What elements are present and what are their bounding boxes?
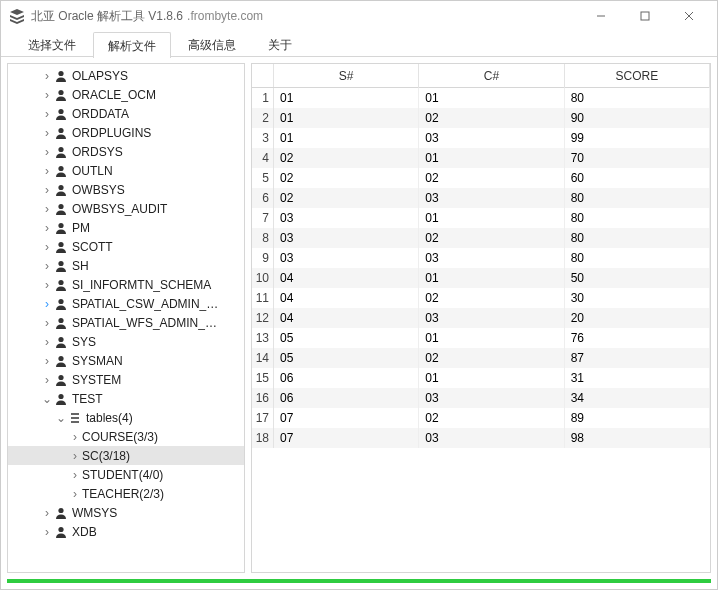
tree-node[interactable]: ›XDB: [8, 522, 244, 541]
chevron-right-icon[interactable]: ›: [40, 278, 54, 292]
tree-node[interactable]: ⌄TEST: [8, 389, 244, 408]
tree-node[interactable]: ›SH: [8, 256, 244, 275]
tree-node[interactable]: ›SYS: [8, 332, 244, 351]
tree-node[interactable]: ›SYSMAN: [8, 351, 244, 370]
chevron-right-icon[interactable]: ›: [40, 335, 54, 349]
chevron-right-icon[interactable]: ›: [68, 449, 82, 463]
chevron-right-icon[interactable]: ›: [40, 221, 54, 235]
tree-label: ORACLE_OCM: [72, 88, 156, 102]
chevron-right-icon[interactable]: ›: [40, 88, 54, 102]
minimize-button[interactable]: [579, 2, 623, 30]
table-cell: 01: [274, 128, 419, 148]
tab-1[interactable]: 解析文件: [93, 32, 171, 58]
table-row[interactable]: 16060334: [252, 388, 710, 408]
table-row[interactable]: 11040230: [252, 288, 710, 308]
table-cell: 80: [565, 228, 710, 248]
table-cell: 02: [419, 288, 564, 308]
chevron-right-icon[interactable]: ›: [40, 240, 54, 254]
table-row[interactable]: 7030180: [252, 208, 710, 228]
chevron-right-icon[interactable]: ›: [40, 259, 54, 273]
table-row[interactable]: 8030280: [252, 228, 710, 248]
table-row[interactable]: 1010180: [252, 88, 710, 108]
user-icon: [54, 164, 68, 178]
tree-node[interactable]: ›OWBSYS_AUDIT: [8, 199, 244, 218]
tree-node[interactable]: ›ORDPLUGINS: [8, 123, 244, 142]
table-cell: 02: [419, 408, 564, 428]
table-row[interactable]: 15060131: [252, 368, 710, 388]
chevron-right-icon[interactable]: ›: [40, 145, 54, 159]
column-header[interactable]: SCORE: [565, 64, 710, 88]
tree-node[interactable]: ›ORDSYS: [8, 142, 244, 161]
table-cell: 02: [274, 188, 419, 208]
table-row[interactable]: 14050287: [252, 348, 710, 368]
tree-node[interactable]: ›OUTLN: [8, 161, 244, 180]
chevron-right-icon[interactable]: ›: [40, 202, 54, 216]
chevron-right-icon[interactable]: ›: [40, 183, 54, 197]
tree-node[interactable]: ›SYSTEM: [8, 370, 244, 389]
chevron-right-icon[interactable]: ›: [40, 316, 54, 330]
table-row[interactable]: 6020380: [252, 188, 710, 208]
tree-node[interactable]: ›SPATIAL_WFS_ADMIN_…: [8, 313, 244, 332]
table-body[interactable]: 1010180201029030103994020170502026060203…: [252, 88, 710, 572]
chevron-right-icon[interactable]: ›: [40, 164, 54, 178]
tree-node[interactable]: ›PM: [8, 218, 244, 237]
svg-point-9: [58, 222, 63, 227]
tab-3[interactable]: 关于: [253, 31, 307, 57]
tree-node[interactable]: ›SCOTT: [8, 237, 244, 256]
user-icon: [54, 525, 68, 539]
tab-0[interactable]: 选择文件: [13, 31, 91, 57]
svg-point-6: [58, 165, 63, 170]
table-cell: 06: [274, 368, 419, 388]
table-cell: 30: [565, 288, 710, 308]
column-header[interactable]: S#: [274, 64, 419, 88]
tree-node[interactable]: ›OLAPSYS: [8, 66, 244, 85]
chevron-right-icon[interactable]: ›: [40, 107, 54, 121]
chevron-right-icon[interactable]: ›: [40, 126, 54, 140]
chevron-right-icon[interactable]: ›: [68, 468, 82, 482]
chevron-right-icon[interactable]: ›: [40, 354, 54, 368]
chevron-right-icon[interactable]: ›: [40, 525, 54, 539]
svg-point-19: [58, 507, 63, 512]
svg-point-10: [58, 241, 63, 246]
table-cell: 01: [419, 268, 564, 288]
tree-panel[interactable]: ›OLAPSYS›ORACLE_OCM›ORDDATA›ORDPLUGINS›O…: [7, 63, 245, 573]
tree-node[interactable]: ›COURSE(3/3): [8, 427, 244, 446]
chevron-right-icon[interactable]: ›: [40, 297, 54, 311]
tree-node[interactable]: ›SI_INFORMTN_SCHEMA: [8, 275, 244, 294]
chevron-right-icon[interactable]: ›: [68, 430, 82, 444]
tree-node[interactable]: ›TEACHER(2/3): [8, 484, 244, 503]
chevron-right-icon[interactable]: ›: [68, 487, 82, 501]
maximize-button[interactable]: [623, 2, 667, 30]
close-button[interactable]: [667, 2, 711, 30]
chevron-down-icon[interactable]: ⌄: [54, 411, 68, 425]
table-row[interactable]: 9030380: [252, 248, 710, 268]
tree-node[interactable]: ›OWBSYS: [8, 180, 244, 199]
table-row[interactable]: 4020170: [252, 148, 710, 168]
tree-node[interactable]: ⌄tables(4): [8, 408, 244, 427]
chevron-right-icon[interactable]: ›: [40, 373, 54, 387]
tree-label: tables(4): [86, 411, 133, 425]
tree-node[interactable]: ›WMSYS: [8, 503, 244, 522]
table-row[interactable]: 17070289: [252, 408, 710, 428]
table-row[interactable]: 12040320: [252, 308, 710, 328]
list-icon: [68, 411, 82, 425]
table-row[interactable]: 10040150: [252, 268, 710, 288]
chevron-down-icon[interactable]: ⌄: [40, 392, 54, 406]
tree-node[interactable]: ›ORDDATA: [8, 104, 244, 123]
table-row[interactable]: 13050176: [252, 328, 710, 348]
tree-label: SCOTT: [72, 240, 113, 254]
tree-label: SYS: [72, 335, 96, 349]
tree-node[interactable]: ›ORACLE_OCM: [8, 85, 244, 104]
table-row[interactable]: 5020260: [252, 168, 710, 188]
tree-node[interactable]: ›STUDENT(4/0): [8, 465, 244, 484]
tab-2[interactable]: 高级信息: [173, 31, 251, 57]
chevron-right-icon[interactable]: ›: [40, 69, 54, 83]
tree-node[interactable]: ›SC(3/18): [8, 446, 244, 465]
column-header[interactable]: C#: [419, 64, 564, 88]
chevron-right-icon[interactable]: ›: [40, 506, 54, 520]
table-row[interactable]: 2010290: [252, 108, 710, 128]
table-row[interactable]: 18070398: [252, 428, 710, 448]
tree-node[interactable]: ›SPATIAL_CSW_ADMIN_…: [8, 294, 244, 313]
table-cell: 98: [565, 428, 710, 448]
table-row[interactable]: 3010399: [252, 128, 710, 148]
